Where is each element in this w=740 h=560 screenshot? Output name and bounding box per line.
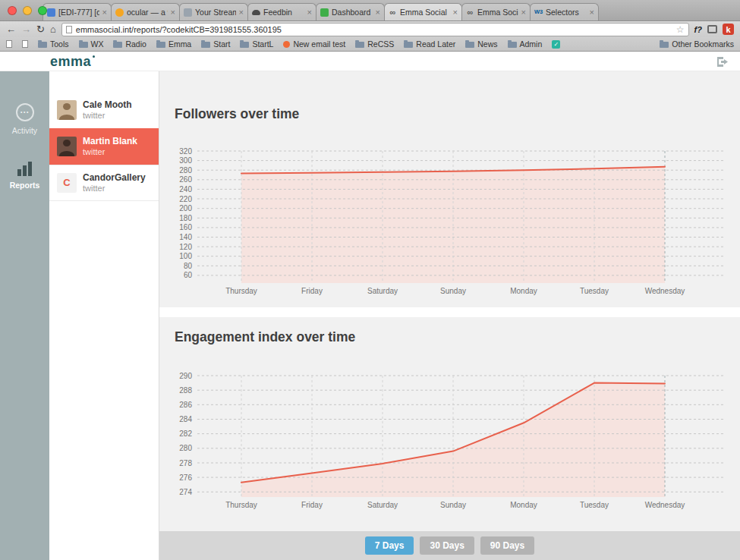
account-text: Martin Blanktwitter [83, 136, 137, 158]
x-tick-label: Sunday [440, 501, 466, 509]
y-tick-label: 140 [179, 233, 192, 241]
x-tick-label: Thursday [225, 287, 257, 295]
folder-icon [660, 42, 669, 48]
tab-close-icon[interactable]: × [239, 8, 244, 17]
account-item[interactable]: CCandorGallerytwitter [49, 165, 159, 202]
window-minimize-button[interactable] [23, 6, 32, 15]
account-avatar [57, 137, 77, 156]
account-name: Cale Mooth [83, 99, 132, 111]
y-tick-label: 280 [179, 166, 192, 175]
tab-close-icon[interactable]: × [102, 8, 107, 17]
browser-window: [EDI-777] [design×ocular — a visual×Your… [0, 0, 740, 560]
extension-k-icon[interactable]: k [723, 24, 734, 35]
bookmark-tools[interactable]: Tools [38, 39, 69, 49]
home-button[interactable]: ⌂ [50, 24, 56, 34]
tab-title: Feedbin [263, 8, 304, 17]
y-tick-label: 282 [179, 429, 192, 438]
extension-f-icon[interactable]: f? [694, 25, 702, 34]
bookmark-news[interactable]: News [465, 39, 497, 49]
nav-activity-label: Activity [12, 126, 37, 135]
feedbin-favicon [252, 10, 260, 15]
reload-button[interactable]: ↻ [36, 24, 45, 34]
folder-icon [355, 42, 364, 48]
extension-frame-icon[interactable] [707, 25, 717, 33]
logout-button[interactable] [716, 56, 729, 68]
bookmark-label: News [477, 39, 497, 49]
accounts-list: Cale MoothtwitterMartin BlanktwitterCCan… [49, 71, 159, 560]
account-service: twitter [83, 184, 146, 194]
bookmark-read-later[interactable]: Read Later [404, 39, 455, 49]
range-button-7-days[interactable]: 7 Days [365, 536, 414, 555]
browser-tab[interactable]: [EDI-777] [design× [43, 3, 112, 20]
account-name: Martin Blank [83, 136, 137, 147]
x-tick-label: Tuesday [580, 501, 609, 509]
back-button[interactable]: ← [6, 24, 16, 34]
bookmark-teal-check[interactable]: ✓ [552, 40, 560, 49]
range-button-90-days[interactable]: 90 Days [480, 536, 534, 555]
range-bar: 7 Days30 Days90 Days [159, 531, 740, 560]
y-tick-label: 200 [179, 204, 192, 212]
tab-title: ocular — a visual [127, 8, 168, 17]
y-tick-label: 100 [179, 252, 192, 260]
tab-close-icon[interactable]: × [376, 8, 380, 17]
tab-close-icon[interactable]: × [307, 8, 312, 17]
browser-tab[interactable]: W3Selectors× [530, 3, 599, 20]
nav-activity[interactable]: ··· Activity [0, 103, 49, 135]
engagement-title: Engagement index over time [175, 329, 740, 345]
bookmark-star-icon[interactable]: ☆ [676, 25, 685, 34]
browser-tab[interactable]: Dashboard× [316, 3, 385, 20]
bookmark-label: ReCSS [367, 39, 394, 49]
browser-tab[interactable]: ocular — a visual× [111, 3, 180, 20]
tab-title: Dashboard [332, 8, 373, 17]
other-bookmarks[interactable]: Other Bookmarks [660, 39, 734, 49]
x-tick-label: Monday [510, 287, 537, 295]
browser-tab[interactable]: Your Stream – Ap× [179, 3, 248, 20]
bookmark-admin[interactable]: Admin [508, 39, 543, 49]
window-close-button[interactable] [8, 6, 17, 15]
bookmark-label: Other Bookmarks [672, 39, 734, 49]
y-tick-label: 280 [179, 444, 192, 452]
window-controls [8, 6, 47, 15]
nav-reports[interactable]: Reports [0, 161, 49, 190]
tab-title: Emma Social [400, 8, 450, 17]
browser-tab[interactable]: Feedbin× [247, 3, 316, 20]
account-item[interactable]: Cale Moothtwitter [49, 93, 159, 128]
followers-over-time-chart: 6080100120140160180200220240260280300320… [175, 140, 732, 298]
tab-close-icon[interactable]: × [453, 8, 458, 17]
bookmark-emma[interactable]: Emma [156, 39, 191, 49]
account-service: twitter [83, 111, 132, 121]
url-bar[interactable]: emmasocial.int/reports/?codekitCB=391981… [61, 23, 689, 36]
left-rail: ··· Activity Reports [0, 71, 49, 560]
account-item[interactable]: Martin Blanktwitter [49, 128, 159, 165]
nav-reports-label: Reports [10, 181, 40, 190]
tab-close-icon[interactable]: × [590, 8, 594, 17]
bookmark-doc[interactable] [6, 40, 12, 48]
tab-close-icon[interactable]: × [521, 8, 526, 17]
y-tick-label: 80 [184, 262, 193, 270]
bookmark-label: Start [213, 39, 230, 49]
browser-tab[interactable]: ∞Emma Social× [384, 3, 462, 20]
folder-icon [113, 42, 122, 48]
bookmark-recss[interactable]: ReCSS [355, 39, 394, 49]
bookmark-label: New email test [293, 39, 345, 49]
bookmark-start[interactable]: Start [201, 39, 230, 49]
x-tick-label: Wednesday [645, 287, 685, 295]
folder-icon [79, 42, 88, 48]
emma-logo: emma [50, 55, 95, 68]
bookmark-radio[interactable]: Radio [113, 39, 146, 49]
bookmark-doc[interactable] [22, 40, 28, 48]
x-tick-label: Saturday [367, 287, 398, 295]
y-tick-label: 60 [184, 271, 193, 279]
account-service: twitter [83, 147, 137, 158]
engagement-section: Engagement index over time 2742762782802… [159, 317, 740, 531]
forward-button[interactable]: → [21, 24, 31, 34]
bookmark-wx[interactable]: WX [79, 39, 104, 49]
bookmark-new-email-test[interactable]: New email test [283, 39, 345, 49]
window-zoom-button[interactable] [38, 6, 47, 15]
range-button-30-days[interactable]: 30 Days [420, 536, 474, 555]
browser-tab[interactable]: ∞Emma Social× [461, 3, 531, 20]
bookmark-startl[interactable]: StartL [240, 39, 273, 49]
main-content: Followers over time 60801001201401601802… [159, 71, 740, 560]
folder-icon [465, 42, 474, 48]
tab-close-icon[interactable]: × [171, 8, 175, 17]
